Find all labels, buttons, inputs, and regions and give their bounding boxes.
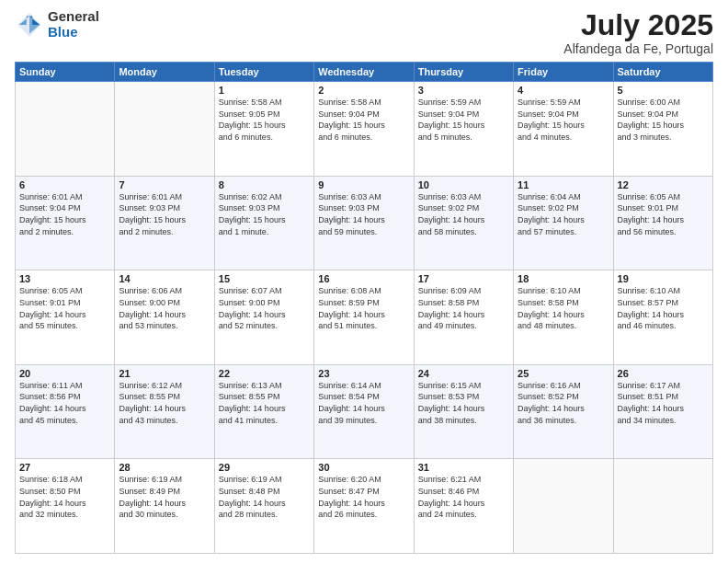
day-detail: Sunrise: 6:17 AM Sunset: 8:51 PM Dayligh… bbox=[618, 380, 709, 426]
day-detail: Sunrise: 6:01 AM Sunset: 9:04 PM Dayligh… bbox=[19, 191, 110, 237]
day-detail: Sunrise: 6:10 AM Sunset: 8:57 PM Dayligh… bbox=[618, 285, 709, 331]
week-row-5: 27Sunrise: 6:18 AM Sunset: 8:50 PM Dayli… bbox=[16, 459, 713, 554]
day-detail: Sunrise: 6:18 AM Sunset: 8:50 PM Dayligh… bbox=[19, 474, 110, 520]
day-number: 4 bbox=[518, 85, 609, 96]
day-cell-w3-d2: 14Sunrise: 6:06 AM Sunset: 9:00 PM Dayli… bbox=[115, 270, 214, 365]
logo: General Blue bbox=[15, 9, 99, 40]
day-cell-w4-d1: 20Sunrise: 6:11 AM Sunset: 8:56 PM Dayli… bbox=[16, 364, 115, 459]
day-cell-w5-d5: 31Sunrise: 6:21 AM Sunset: 8:46 PM Dayli… bbox=[414, 459, 513, 554]
col-sunday: Sunday bbox=[16, 63, 115, 82]
day-detail: Sunrise: 6:05 AM Sunset: 9:01 PM Dayligh… bbox=[19, 285, 110, 331]
day-number: 3 bbox=[418, 85, 509, 96]
day-number: 14 bbox=[119, 273, 210, 284]
day-detail: Sunrise: 6:20 AM Sunset: 8:47 PM Dayligh… bbox=[318, 474, 409, 520]
logo-general-text: General bbox=[48, 9, 99, 25]
week-row-3: 13Sunrise: 6:05 AM Sunset: 9:01 PM Dayli… bbox=[16, 270, 713, 365]
day-cell-w1-d5: 3Sunrise: 5:59 AM Sunset: 9:04 PM Daylig… bbox=[414, 82, 513, 177]
day-number: 29 bbox=[219, 462, 310, 473]
day-number: 28 bbox=[119, 462, 210, 473]
day-detail: Sunrise: 6:08 AM Sunset: 8:59 PM Dayligh… bbox=[318, 285, 409, 331]
day-cell-w2-d2: 7Sunrise: 6:01 AM Sunset: 9:03 PM Daylig… bbox=[115, 176, 214, 270]
day-number: 12 bbox=[618, 179, 709, 190]
day-number: 6 bbox=[19, 179, 110, 190]
day-cell-w1-d4: 2Sunrise: 5:58 AM Sunset: 9:04 PM Daylig… bbox=[314, 82, 414, 177]
day-detail: Sunrise: 6:14 AM Sunset: 8:54 PM Dayligh… bbox=[318, 380, 409, 426]
day-cell-w3-d3: 15Sunrise: 6:07 AM Sunset: 9:00 PM Dayli… bbox=[214, 270, 313, 365]
day-number: 21 bbox=[119, 368, 210, 379]
day-number: 17 bbox=[418, 273, 509, 284]
day-number: 31 bbox=[418, 462, 509, 473]
day-cell-w4-d4: 23Sunrise: 6:14 AM Sunset: 8:54 PM Dayli… bbox=[314, 364, 414, 459]
day-detail: Sunrise: 6:07 AM Sunset: 9:00 PM Dayligh… bbox=[219, 285, 310, 331]
day-cell-w2-d1: 6Sunrise: 6:01 AM Sunset: 9:04 PM Daylig… bbox=[16, 176, 115, 270]
calendar-header-row: Sunday Monday Tuesday Wednesday Thursday… bbox=[16, 63, 713, 82]
day-cell-w4-d7: 26Sunrise: 6:17 AM Sunset: 8:51 PM Dayli… bbox=[613, 364, 712, 459]
day-detail: Sunrise: 6:10 AM Sunset: 8:58 PM Dayligh… bbox=[518, 285, 609, 331]
day-number: 27 bbox=[19, 462, 110, 473]
col-thursday: Thursday bbox=[414, 63, 513, 82]
day-cell-w5-d4: 30Sunrise: 6:20 AM Sunset: 8:47 PM Dayli… bbox=[314, 459, 414, 554]
day-cell-w4-d2: 21Sunrise: 6:12 AM Sunset: 8:55 PM Dayli… bbox=[115, 364, 214, 459]
day-detail: Sunrise: 6:15 AM Sunset: 8:53 PM Dayligh… bbox=[418, 380, 509, 426]
day-number: 5 bbox=[618, 85, 709, 96]
day-cell-w1-d1 bbox=[16, 82, 115, 177]
day-number: 1 bbox=[219, 85, 310, 96]
day-number: 16 bbox=[318, 273, 409, 284]
day-detail: Sunrise: 5:59 AM Sunset: 9:04 PM Dayligh… bbox=[518, 97, 609, 143]
day-number: 9 bbox=[318, 179, 409, 190]
day-number: 26 bbox=[618, 368, 709, 379]
day-number: 24 bbox=[418, 368, 509, 379]
day-cell-w2-d7: 12Sunrise: 6:05 AM Sunset: 9:01 PM Dayli… bbox=[613, 176, 712, 270]
day-number: 15 bbox=[219, 273, 310, 284]
day-detail: Sunrise: 6:06 AM Sunset: 9:00 PM Dayligh… bbox=[119, 285, 210, 331]
day-cell-w2-d3: 8Sunrise: 6:02 AM Sunset: 9:03 PM Daylig… bbox=[214, 176, 313, 270]
day-cell-w3-d6: 18Sunrise: 6:10 AM Sunset: 8:58 PM Dayli… bbox=[514, 270, 613, 365]
day-number: 13 bbox=[19, 273, 110, 284]
day-number: 20 bbox=[19, 368, 110, 379]
week-row-1: 1Sunrise: 5:58 AM Sunset: 9:05 PM Daylig… bbox=[16, 82, 713, 177]
day-detail: Sunrise: 6:03 AM Sunset: 9:02 PM Dayligh… bbox=[418, 191, 509, 237]
day-cell-w1-d6: 4Sunrise: 5:59 AM Sunset: 9:04 PM Daylig… bbox=[514, 82, 613, 177]
day-cell-w5-d3: 29Sunrise: 6:19 AM Sunset: 8:48 PM Dayli… bbox=[214, 459, 313, 554]
day-cell-w3-d7: 19Sunrise: 6:10 AM Sunset: 8:57 PM Dayli… bbox=[613, 270, 712, 365]
day-cell-w1-d7: 5Sunrise: 6:00 AM Sunset: 9:04 PM Daylig… bbox=[613, 82, 712, 177]
col-saturday: Saturday bbox=[613, 63, 712, 82]
day-number: 18 bbox=[518, 273, 609, 284]
day-number: 23 bbox=[318, 368, 409, 379]
col-monday: Monday bbox=[115, 63, 214, 82]
week-row-2: 6Sunrise: 6:01 AM Sunset: 9:04 PM Daylig… bbox=[16, 176, 713, 270]
day-detail: Sunrise: 6:03 AM Sunset: 9:03 PM Dayligh… bbox=[318, 191, 409, 237]
day-number: 7 bbox=[119, 179, 210, 190]
day-cell-w5-d7 bbox=[613, 459, 712, 554]
day-cell-w3-d1: 13Sunrise: 6:05 AM Sunset: 9:01 PM Dayli… bbox=[16, 270, 115, 365]
day-detail: Sunrise: 6:02 AM Sunset: 9:03 PM Dayligh… bbox=[219, 191, 310, 237]
day-detail: Sunrise: 6:11 AM Sunset: 8:56 PM Dayligh… bbox=[19, 380, 110, 426]
day-cell-w5-d1: 27Sunrise: 6:18 AM Sunset: 8:50 PM Dayli… bbox=[16, 459, 115, 554]
header: General Blue July 2025 Alfandega da Fe, … bbox=[15, 9, 713, 56]
week-row-4: 20Sunrise: 6:11 AM Sunset: 8:56 PM Dayli… bbox=[16, 364, 713, 459]
day-detail: Sunrise: 6:16 AM Sunset: 8:52 PM Dayligh… bbox=[518, 380, 609, 426]
day-number: 2 bbox=[318, 85, 409, 96]
day-cell-w2-d5: 10Sunrise: 6:03 AM Sunset: 9:02 PM Dayli… bbox=[414, 176, 513, 270]
day-cell-w5-d6 bbox=[514, 459, 613, 554]
day-detail: Sunrise: 6:19 AM Sunset: 8:49 PM Dayligh… bbox=[119, 474, 210, 520]
logo-icon bbox=[15, 10, 44, 40]
calendar-table: Sunday Monday Tuesday Wednesday Thursday… bbox=[15, 62, 713, 554]
day-number: 11 bbox=[518, 179, 609, 190]
col-friday: Friday bbox=[514, 63, 613, 82]
day-cell-w3-d4: 16Sunrise: 6:08 AM Sunset: 8:59 PM Dayli… bbox=[314, 270, 414, 365]
day-cell-w1-d2 bbox=[115, 82, 214, 177]
day-detail: Sunrise: 6:13 AM Sunset: 8:55 PM Dayligh… bbox=[219, 380, 310, 426]
day-number: 8 bbox=[219, 179, 310, 190]
day-detail: Sunrise: 6:01 AM Sunset: 9:03 PM Dayligh… bbox=[119, 191, 210, 237]
day-detail: Sunrise: 6:19 AM Sunset: 8:48 PM Dayligh… bbox=[219, 474, 310, 520]
day-number: 25 bbox=[518, 368, 609, 379]
day-detail: Sunrise: 6:04 AM Sunset: 9:02 PM Dayligh… bbox=[518, 191, 609, 237]
day-detail: Sunrise: 5:58 AM Sunset: 9:04 PM Dayligh… bbox=[318, 97, 409, 143]
day-detail: Sunrise: 6:21 AM Sunset: 8:46 PM Dayligh… bbox=[418, 474, 509, 520]
logo-blue-text: Blue bbox=[48, 25, 99, 40]
month-title: July 2025 bbox=[563, 9, 713, 41]
day-detail: Sunrise: 5:58 AM Sunset: 9:05 PM Dayligh… bbox=[219, 97, 310, 143]
logo-text: General Blue bbox=[48, 9, 99, 40]
day-detail: Sunrise: 6:00 AM Sunset: 9:04 PM Dayligh… bbox=[618, 97, 709, 143]
